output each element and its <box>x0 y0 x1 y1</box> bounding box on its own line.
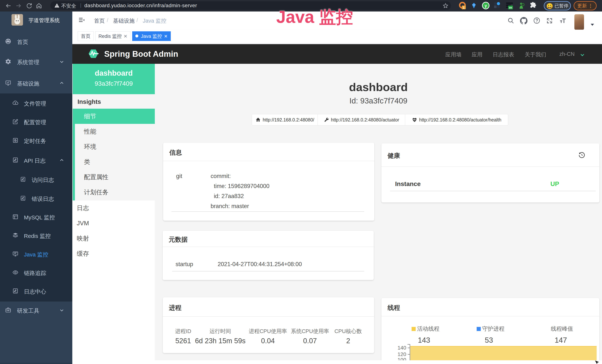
svg-text:1: 1 <box>463 6 465 9</box>
svg-text:y: y <box>485 3 487 8</box>
svg-text:on: on <box>509 6 512 9</box>
